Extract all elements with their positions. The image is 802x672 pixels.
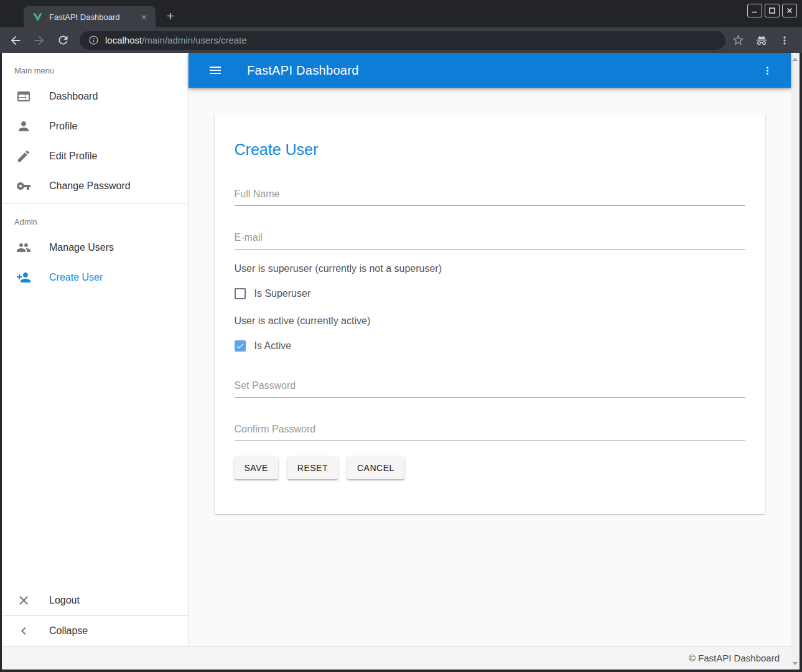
email-field-wrap [235, 232, 745, 250]
collapse-chevron-left-icon [16, 623, 31, 638]
hamburger-menu-button[interactable] [204, 59, 226, 82]
active-checkbox[interactable] [235, 340, 246, 352]
create-user-card: Create User User is superuser (currently… [215, 114, 765, 514]
sidebar: Main menu Dashboard Profile Edit Profile [2, 53, 189, 646]
superuser-checkbox[interactable] [235, 288, 246, 299]
reload-button[interactable] [55, 32, 71, 49]
logout-icon [16, 593, 31, 608]
browser-tab[interactable]: FastAPI Dashboard [24, 6, 156, 27]
bookmark-star-icon[interactable] [732, 34, 745, 47]
key-icon [16, 179, 31, 194]
person-add-icon [16, 270, 31, 285]
sidebar-item-create-user[interactable]: Create User [2, 263, 188, 292]
dashboard-icon [16, 89, 31, 104]
scrollbar-up-button[interactable] [791, 54, 800, 64]
reset-button[interactable]: RESET [287, 457, 338, 479]
active-checkbox-row[interactable]: Is Active [235, 340, 745, 352]
new-tab-button[interactable]: + [162, 7, 179, 25]
email-input[interactable] [235, 232, 745, 250]
person-icon [16, 119, 31, 134]
sidebar-item-manage-users[interactable]: Manage Users [2, 233, 188, 263]
page-title: Create User [235, 114, 745, 159]
scrollbar-up-icon [793, 58, 798, 61]
full-name-field-wrap [235, 189, 745, 206]
back-icon [9, 34, 22, 47]
maximize-icon [768, 7, 776, 14]
set-password-field-wrap [235, 380, 745, 398]
confirm-password-field-wrap [235, 424, 745, 441]
vue-logo-icon [32, 12, 43, 22]
maximize-button[interactable] [765, 4, 780, 17]
cancel-button[interactable]: CANCEL [347, 457, 404, 479]
scrollbar-down-icon [793, 662, 798, 665]
incognito-icon [755, 34, 768, 47]
full-name-input[interactable] [235, 189, 745, 206]
scrollbar-down-button[interactable] [791, 658, 800, 668]
superuser-checkbox-row[interactable]: Is Superuser [235, 288, 745, 299]
browser-window: FastAPI Dashboard + [0, 0, 802, 672]
save-button[interactable]: SAVE [235, 457, 278, 479]
minimize-button[interactable] [747, 4, 762, 17]
tab-title: FastAPI Dashboard [49, 12, 138, 22]
form-actions: SAVE RESET CANCEL [235, 457, 745, 479]
window-controls [747, 4, 797, 17]
app-bar-menu-button[interactable] [756, 59, 778, 82]
active-hint: User is active (currently active) [235, 315, 745, 327]
browser-menu-icon[interactable] [778, 34, 791, 47]
check-icon [236, 342, 245, 350]
browser-titlebar: FastAPI Dashboard + [0, 0, 802, 27]
sidebar-section-main-menu: Main menu [2, 53, 188, 82]
back-button[interactable] [7, 32, 24, 49]
browser-toolbar: localhost/main/admin/users/create [0, 27, 802, 53]
forward-button[interactable] [31, 32, 47, 49]
hamburger-icon [208, 63, 223, 78]
window-close-icon [786, 7, 793, 14]
set-password-input[interactable] [235, 380, 745, 398]
sidebar-item-logout[interactable]: Logout [2, 586, 188, 615]
people-icon [16, 240, 31, 255]
window-close-button[interactable] [782, 4, 797, 17]
footer-copyright: © FastAPI Dashboard [689, 653, 780, 663]
confirm-password-input[interactable] [235, 424, 745, 441]
app-bar: FastAPI Dashboard [189, 53, 791, 88]
app-bar-title: FastAPI Dashboard [247, 63, 359, 78]
edit-icon [16, 149, 31, 164]
url-text: localhost/main/admin/users/create [105, 35, 247, 45]
minimize-icon [751, 7, 758, 14]
sidebar-item-edit-profile[interactable]: Edit Profile [2, 141, 188, 171]
main-content: Create User User is superuser (currently… [189, 88, 791, 646]
forward-icon [32, 34, 46, 47]
superuser-hint: User is superuser (currently is not a su… [235, 263, 745, 274]
sidebar-item-profile[interactable]: Profile [2, 111, 188, 141]
active-checkbox-label: Is Active [254, 340, 292, 352]
tab-close-icon[interactable] [138, 11, 149, 22]
address-bar[interactable]: localhost/main/admin/users/create [80, 31, 725, 50]
sidebar-item-collapse[interactable]: Collapse [2, 616, 188, 646]
sidebar-item-dashboard[interactable]: Dashboard [2, 82, 188, 111]
reload-icon [57, 34, 70, 47]
sidebar-item-change-password[interactable]: Change Password [2, 171, 188, 201]
sidebar-spacer [2, 292, 188, 586]
page-footer: © FastAPI Dashboard [2, 646, 791, 670]
web-page: Main menu Dashboard Profile Edit Profile [2, 53, 800, 670]
app-bar-kebab-icon [762, 65, 773, 77]
info-icon [88, 35, 99, 45]
page-scrollbar[interactable] [791, 53, 800, 670]
superuser-checkbox-label: Is Superuser [254, 288, 311, 299]
sidebar-section-admin: Admin [2, 204, 188, 233]
